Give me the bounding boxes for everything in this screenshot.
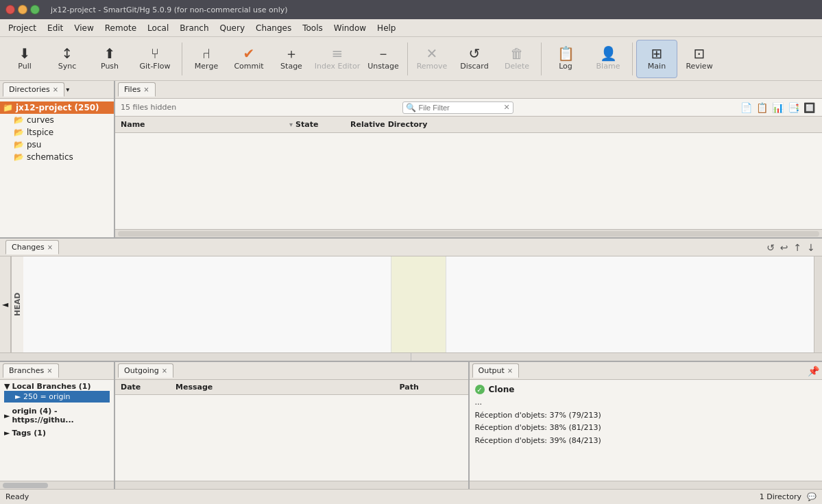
view-icon-4[interactable]: 📑 xyxy=(786,101,801,115)
head-label: HEAD xyxy=(11,256,23,352)
files-tab-close[interactable]: × xyxy=(143,86,149,93)
remove-label: Remove xyxy=(417,62,448,71)
menu-remote[interactable]: Remote xyxy=(99,21,142,35)
menu-tools[interactable]: Tools xyxy=(297,21,328,35)
menu-edit[interactable]: Edit xyxy=(42,21,69,35)
main-area: Directories × ▾ 📁 jx12-project (250) 📂 c… xyxy=(0,81,822,489)
dir-root-label: jx12-project (250) xyxy=(16,103,99,112)
menu-help[interactable]: Help xyxy=(372,21,401,35)
view-icon-5[interactable]: 🔲 xyxy=(802,101,817,115)
local-branches-header[interactable]: ▼ Local Branches (1) xyxy=(4,382,110,391)
file-filter-box[interactable]: 🔍 ✕ xyxy=(402,101,513,114)
branches-panel-header: Branches × xyxy=(0,362,114,380)
dir-psu[interactable]: 📂 psu xyxy=(0,139,114,151)
outgoing-tab-close[interactable]: × xyxy=(162,367,167,374)
branches-tab-close[interactable]: × xyxy=(47,367,52,374)
clear-filter-icon[interactable]: ✕ xyxy=(504,103,510,112)
changes-scroll-left[interactable] xyxy=(0,353,411,361)
directories-tab-dropdown[interactable]: ▾ xyxy=(66,86,69,93)
files-panel: Files × 15 files hidden 🔍 ✕ 📄 📋 📊 📑 🔲 xyxy=(115,81,822,237)
menu-project[interactable]: Project xyxy=(3,21,42,35)
refresh-icon[interactable]: ↺ xyxy=(765,241,776,254)
col-path[interactable]: Path xyxy=(397,383,466,392)
index-editor-icon: ≡ xyxy=(332,47,343,60)
main-view-button[interactable]: ⊞ Main xyxy=(636,40,677,78)
origin-header[interactable]: ► origin (4) - https://githu... xyxy=(4,407,110,424)
menu-view[interactable]: View xyxy=(69,21,99,35)
view-icon-1[interactable]: 📄 xyxy=(739,101,753,115)
branches-panel: Branches × ▼ Local Branches (1) ► 250 = … xyxy=(0,362,115,489)
files-scrollbar-h[interactable] xyxy=(115,229,822,237)
output-action-icon[interactable]: 📌 xyxy=(808,365,819,376)
review-button[interactable]: ⊡ Review xyxy=(679,40,720,78)
view-icon-2[interactable]: 📋 xyxy=(755,101,769,115)
index-editor-button[interactable]: ≡ Index Editor xyxy=(313,40,361,78)
files-tab[interactable]: Files × xyxy=(118,82,156,97)
toolbar-separator-3 xyxy=(541,43,542,75)
gitflow-button[interactable]: ⑂ Git-Flow xyxy=(132,40,178,78)
log-button[interactable]: 📋 Log xyxy=(545,40,586,78)
unstage-button[interactable]: － Unstage xyxy=(363,40,404,78)
undo-icon[interactable]: ↩ xyxy=(779,241,790,254)
files-hidden-label: 15 files hidden xyxy=(121,103,176,112)
commit-button[interactable]: ✔ Commit xyxy=(228,40,269,78)
dir-curves[interactable]: 📂 curves xyxy=(0,114,114,126)
col-message[interactable]: Message xyxy=(173,383,397,392)
menu-changes[interactable]: Changes xyxy=(250,21,297,35)
close-button[interactable] xyxy=(5,5,15,14)
changes-tab-close[interactable]: × xyxy=(47,243,53,251)
down-icon[interactable]: ↓ xyxy=(806,241,817,254)
directories-tab-close[interactable]: × xyxy=(53,86,58,93)
directories-panel: Directories × ▾ 📁 jx12-project (250) 📂 c… xyxy=(0,81,115,237)
menu-branch[interactable]: Branch xyxy=(174,21,214,35)
menu-local[interactable]: Local xyxy=(142,21,174,35)
discard-button[interactable]: ↺ Discard xyxy=(454,40,495,78)
menu-query[interactable]: Query xyxy=(215,21,250,35)
blame-button[interactable]: 👤 Blame xyxy=(588,40,629,78)
stage-button[interactable]: ＋ Stage xyxy=(271,40,312,78)
output-tab[interactable]: Output × xyxy=(472,363,520,378)
output-panel: Output × 📌 ✓ Clone ... Réception d'objet… xyxy=(470,362,823,489)
pull-button[interactable]: ⬇ Pull xyxy=(4,40,45,78)
merge-button[interactable]: ⑁ Merge xyxy=(186,40,227,78)
dir-root[interactable]: 📁 jx12-project (250) xyxy=(0,101,114,114)
view-icon-3[interactable]: 📊 xyxy=(771,101,785,115)
changes-scrollbar-v[interactable] xyxy=(814,256,822,352)
origin-arrow: ► xyxy=(4,411,10,420)
file-filter-input[interactable] xyxy=(419,104,501,112)
up-icon[interactable]: ↑ xyxy=(793,241,803,254)
menu-window[interactable]: Window xyxy=(328,21,372,35)
branches-tab[interactable]: Branches × xyxy=(3,363,59,378)
branch-tree: ▼ Local Branches (1) ► 250 = origin ► or… xyxy=(0,380,114,481)
directories-tab-label: Directories xyxy=(9,85,50,94)
remove-button[interactable]: ✕ Remove xyxy=(411,40,452,78)
outgoing-tab[interactable]: Outgoing × xyxy=(118,363,173,378)
files-tab-label: Files xyxy=(124,85,141,94)
output-scrollbar-h[interactable] xyxy=(470,481,823,489)
changes-scroll-right[interactable] xyxy=(411,353,822,361)
col-date[interactable]: Date xyxy=(118,383,173,392)
delete-button[interactable]: 🗑 Delete xyxy=(496,40,537,78)
outgoing-scrollbar-h[interactable] xyxy=(115,481,468,489)
branches-scrollbar-h[interactable] xyxy=(0,481,114,489)
directories-tab[interactable]: Directories × xyxy=(3,82,64,97)
changes-scrollbar-h-left[interactable] xyxy=(0,352,822,361)
window-controls[interactable] xyxy=(5,5,40,14)
output-clone-label: Clone xyxy=(489,383,515,396)
minimize-button[interactable] xyxy=(18,5,27,14)
dir-schematics[interactable]: 📂 schematics xyxy=(0,151,114,163)
col-name[interactable]: Name xyxy=(118,120,289,129)
col-state[interactable]: State xyxy=(293,120,348,129)
branch-250-origin[interactable]: ► 250 = origin xyxy=(4,391,110,403)
col-relative-dir[interactable]: Relative Directory xyxy=(348,120,819,129)
dir-ltspice[interactable]: 📂 ltspice xyxy=(0,126,114,139)
output-tab-close[interactable]: × xyxy=(507,367,513,374)
status-chat-icon[interactable]: 💬 xyxy=(807,492,817,501)
push-button[interactable]: ⬆ Push xyxy=(89,40,130,78)
maximize-button[interactable] xyxy=(30,5,40,14)
changes-collapse-arrow[interactable]: ◄ xyxy=(0,256,11,352)
tags-header[interactable]: ► Tags (1) xyxy=(4,429,110,437)
changes-tab[interactable]: Changes × xyxy=(5,240,59,254)
sync-button[interactable]: ↕ Sync xyxy=(47,40,88,78)
output-header-actions: 📌 xyxy=(808,365,819,376)
